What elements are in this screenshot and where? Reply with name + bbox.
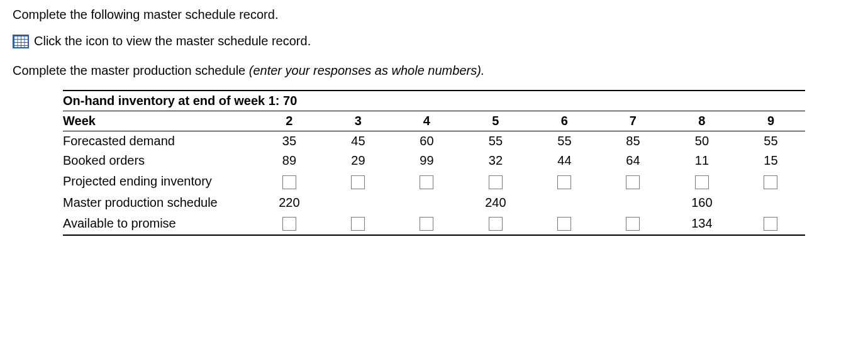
mps-label: Master production schedule (63, 193, 255, 212)
mps-cell (737, 193, 805, 212)
mps-cell: 160 (667, 193, 737, 212)
forecast-cell: 55 (737, 131, 805, 152)
pei-input[interactable] (282, 175, 296, 189)
atp-input[interactable] (557, 217, 571, 231)
pei-input[interactable] (557, 175, 571, 189)
booked-row: Booked orders 89 29 99 32 44 64 11 15 (63, 151, 805, 170)
schedule-table: On-hand inventory at end of week 1: 70 W… (63, 90, 805, 236)
mps-row: Master production schedule 220 240 160 (63, 193, 805, 212)
forecast-row: Forecasted demand 35 45 60 55 55 85 50 5… (63, 131, 805, 152)
week-cell: 9 (737, 111, 805, 131)
atp-input[interactable] (282, 217, 296, 231)
booked-cell: 29 (324, 151, 392, 170)
booked-cell: 15 (737, 151, 805, 170)
booked-label: Booked orders (63, 151, 255, 170)
forecast-cell: 45 (324, 131, 392, 152)
forecast-cell: 55 (461, 131, 530, 152)
pei-row: Projected ending inventory (63, 170, 805, 193)
atp-label: Available to promise (63, 212, 255, 236)
booked-cell: 89 (255, 151, 324, 170)
forecast-cell: 85 (599, 131, 667, 152)
pei-input[interactable] (351, 175, 365, 189)
booked-cell: 99 (392, 151, 461, 170)
week-row: Week 2 3 4 5 6 7 8 9 (63, 111, 805, 131)
mps-cell (392, 193, 461, 212)
booked-cell: 11 (667, 151, 737, 170)
week-cell: 6 (530, 111, 599, 131)
forecast-cell: 35 (255, 131, 324, 152)
icon-line-text: Click the icon to view the master schedu… (34, 34, 311, 48)
pei-input[interactable] (420, 175, 433, 189)
atp-input[interactable] (764, 217, 777, 231)
onhand-header: On-hand inventory at end of week 1: 70 (63, 91, 805, 111)
forecast-cell: 50 (667, 131, 737, 152)
mps-cell (599, 193, 667, 212)
instruction-italic: (enter your responses as whole numbers). (249, 63, 485, 77)
atp-cell: 134 (667, 212, 737, 236)
mps-cell (530, 193, 599, 212)
booked-cell: 44 (530, 151, 599, 170)
schedule-table-wrap: On-hand inventory at end of week 1: 70 W… (63, 90, 855, 236)
mps-cell (324, 193, 392, 212)
pei-input[interactable] (626, 175, 640, 189)
atp-row: Available to promise 134 (63, 212, 805, 236)
booked-cell: 32 (461, 151, 530, 170)
week-cell: 8 (667, 111, 737, 131)
atp-input[interactable] (351, 217, 365, 231)
forecast-cell: 60 (392, 131, 461, 152)
icon-line: Click the icon to view the master schedu… (13, 34, 855, 48)
mps-cell: 240 (461, 193, 530, 212)
week-cell: 2 (255, 111, 324, 131)
intro-text: Complete the following master schedule r… (13, 6, 855, 23)
pei-input[interactable] (695, 175, 709, 189)
week-label: Week (63, 111, 255, 131)
pei-input[interactable] (764, 175, 777, 189)
instruction-prefix: Complete the master production schedule (13, 63, 249, 77)
pei-label: Projected ending inventory (63, 170, 255, 193)
booked-cell: 64 (599, 151, 667, 170)
pei-input[interactable] (489, 175, 503, 189)
mps-cell: 220 (255, 193, 324, 212)
week-cell: 7 (599, 111, 667, 131)
grid-icon[interactable] (13, 35, 29, 48)
week-cell: 5 (461, 111, 530, 131)
atp-input[interactable] (626, 217, 640, 231)
week-cell: 4 (392, 111, 461, 131)
atp-input[interactable] (489, 217, 503, 231)
week-cell: 3 (324, 111, 392, 131)
atp-input[interactable] (420, 217, 433, 231)
forecast-label: Forecasted demand (63, 131, 255, 152)
instruction-text: Complete the master production schedule … (13, 62, 855, 79)
forecast-cell: 55 (530, 131, 599, 152)
